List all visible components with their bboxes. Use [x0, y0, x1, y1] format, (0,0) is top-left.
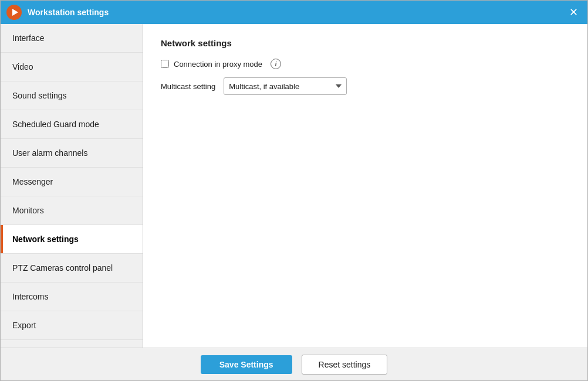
- sidebar-item-messenger[interactable]: Messenger: [1, 168, 143, 196]
- sidebar-item-sound-settings[interactable]: Sound settings: [1, 81, 143, 110]
- close-button[interactable]: ✕: [566, 5, 582, 20]
- sidebar-item-label: Messenger: [12, 177, 53, 186]
- sidebar-item-label: Export: [12, 321, 36, 330]
- sidebar-item-scheduled-guard-mode[interactable]: Scheduled Guard mode: [1, 110, 143, 139]
- main-panel: Network settings Connection in proxy mod…: [143, 24, 587, 348]
- content-area: Interface Video Sound settings Scheduled…: [1, 24, 587, 348]
- app-logo-icon: [6, 5, 22, 20]
- titlebar: Workstation settings ✕: [1, 1, 587, 24]
- dialog-window: Workstation settings ✕ Interface Video S…: [0, 0, 588, 381]
- sidebar-item-ptz-cameras-control-panel[interactable]: PTZ Cameras control panel: [1, 254, 143, 283]
- sidebar-item-label: Scheduled Guard mode: [12, 120, 99, 129]
- sidebar-item-label: Network settings: [12, 234, 79, 244]
- sidebar-item-label: Intercoms: [12, 292, 48, 301]
- sidebar-item-label: Video: [12, 62, 33, 72]
- reset-button[interactable]: Reset settings: [302, 355, 388, 375]
- save-button[interactable]: Save Settings: [201, 355, 292, 374]
- sidebar-item-label: User alarm channels: [12, 148, 87, 158]
- sidebar-item-label: Interface: [12, 33, 44, 43]
- titlebar-title: Workstation settings: [28, 8, 566, 17]
- sidebar-item-monitors[interactable]: Monitors: [1, 196, 143, 225]
- sidebar-item-label: PTZ Cameras control panel: [12, 263, 113, 273]
- info-icon[interactable]: i: [271, 59, 281, 69]
- footer: Save Settings Reset settings: [1, 348, 587, 380]
- sidebar-item-label: Monitors: [12, 206, 44, 215]
- sidebar-item-label: Sound settings: [12, 91, 67, 100]
- proxy-mode-row: Connection in proxy mode i: [161, 59, 570, 69]
- proxy-mode-label[interactable]: Connection in proxy mode: [174, 60, 262, 69]
- multicast-row: Multicast setting Multicast, if availabl…: [161, 77, 570, 95]
- proxy-mode-checkbox-group: Connection in proxy mode i: [161, 59, 281, 69]
- proxy-mode-checkbox[interactable]: [161, 60, 169, 68]
- sidebar-item-interface[interactable]: Interface: [1, 24, 143, 53]
- sidebar-item-export[interactable]: Export: [1, 311, 143, 340]
- multicast-select[interactable]: Multicast, if available Always Multicast…: [224, 77, 347, 95]
- multicast-label: Multicast setting: [161, 82, 215, 91]
- sidebar-item-intercoms[interactable]: Intercoms: [1, 283, 143, 311]
- sidebar-item-network-settings[interactable]: Network settings: [1, 225, 143, 254]
- sidebar-item-user-alarm-channels[interactable]: User alarm channels: [1, 139, 143, 168]
- sidebar-item-video[interactable]: Video: [1, 53, 143, 81]
- sidebar: Interface Video Sound settings Scheduled…: [1, 24, 143, 348]
- section-title: Network settings: [161, 38, 570, 48]
